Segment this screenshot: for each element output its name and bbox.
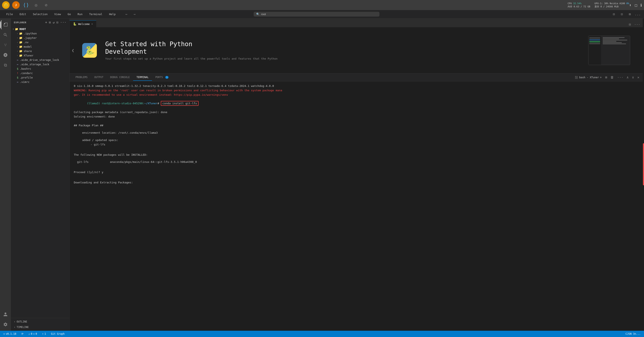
- terminal-new-packages: The following NEW packages will be INSTA…: [74, 153, 638, 157]
- tab-debug-console[interactable]: DEBUG CONSOLE: [107, 74, 133, 81]
- nav-back-button[interactable]: ←: [124, 11, 129, 17]
- file-label: .jupyter: [24, 36, 37, 40]
- maximize-icon[interactable]: □: [635, 3, 637, 7]
- jira-icon[interactable]: J: [12, 1, 20, 9]
- close-panel-button[interactable]: ✕: [636, 75, 640, 80]
- terminal-content[interactable]: 0 six-1.16.0 smmap-5.0.1 streamlit-1.32.…: [70, 81, 643, 331]
- minimize-panel-button[interactable]: ∨: [631, 75, 635, 80]
- activity-explorer[interactable]: [1, 20, 10, 29]
- outline-section[interactable]: › OUTLINE: [11, 319, 70, 324]
- activity-git[interactable]: ⑂: [1, 40, 10, 50]
- welcome-title-line2: Development: [105, 48, 147, 55]
- file-item-profile[interactable]: $ .profile: [11, 75, 70, 80]
- git-graph-status[interactable]: Git Graph: [50, 332, 66, 335]
- collapse-icon[interactable]: ⊟: [56, 21, 58, 24]
- file-item-vimrc[interactable]: = .vimrc: [11, 80, 70, 84]
- file-item-nv[interactable]: › 📁 .nv: [11, 40, 70, 45]
- file-item-model[interactable]: › 📁 model: [11, 45, 70, 49]
- maximize-panel-button[interactable]: ∧: [626, 75, 630, 80]
- menu-edit[interactable]: Edit: [16, 11, 29, 17]
- git-graph-label: Git Graph: [51, 332, 64, 335]
- activity-settings[interactable]: [1, 320, 10, 329]
- menu-selection[interactable]: Selection: [30, 11, 50, 17]
- file-item-share[interactable]: › 📁 share: [11, 49, 70, 53]
- ports-badge: 1: [165, 76, 168, 79]
- tab-welcome[interactable]: 🐍 Welcome ✕: [70, 20, 96, 27]
- welcome-title-line1: Get Started with Python: [105, 40, 192, 48]
- new-terminal-button[interactable]: +: [599, 75, 603, 80]
- prohibited-icon[interactable]: ⊘: [42, 1, 50, 9]
- new-folder-icon[interactable]: ⊞: [49, 21, 51, 24]
- layout-full-button[interactable]: ⊞: [627, 11, 633, 17]
- file-icon: !: [17, 72, 18, 75]
- sync-status[interactable]: ⟳: [20, 332, 24, 335]
- nav-forward-button[interactable]: →: [132, 11, 137, 17]
- tab-label: Welcome: [78, 23, 90, 26]
- file-item-aide-storage[interactable]: = .aide_storage_lock: [11, 62, 70, 67]
- terminal-gap: [74, 147, 638, 150]
- menu-help[interactable]: Help: [106, 11, 118, 17]
- more-icon[interactable]: ···: [60, 21, 66, 24]
- more-menu-button[interactable]: ...: [635, 11, 641, 17]
- gpu-label: GPU-1: 30% Nvidia A100 0%: [594, 2, 629, 5]
- activity-search[interactable]: [1, 30, 10, 40]
- search-bar[interactable]: 🔍: [254, 12, 380, 17]
- sidebar: EXPLORER + ⊞ ↺ ⊟ ··· ▾ 📁 ROOT › 📁 .ipyth…: [11, 19, 70, 331]
- info-icon[interactable]: ℹ: [640, 3, 642, 7]
- warning-count: 0: [31, 332, 32, 335]
- menubar: File Edit Selection View Go Run Terminal…: [0, 10, 644, 19]
- refresh-icon[interactable]: ↺: [52, 21, 55, 24]
- file-item-jupyter[interactable]: › 📁 .jupyter: [11, 36, 70, 40]
- bash-icon: ⬛: [575, 76, 578, 79]
- timeline-section[interactable]: › TIMELINE: [11, 324, 70, 330]
- more-tabs-button[interactable]: ···: [633, 22, 641, 27]
- tab-terminal[interactable]: TERMINAL: [133, 74, 152, 81]
- tab-close-button[interactable]: ✕: [92, 23, 93, 25]
- file-item-bashrc[interactable]: $ .bashrc: [11, 67, 70, 71]
- activity-run[interactable]: [1, 50, 10, 60]
- activity-extensions[interactable]: ⧉: [1, 61, 10, 70]
- preview-inner: [588, 36, 630, 65]
- menu-go[interactable]: Go: [64, 11, 74, 17]
- menu-terminal[interactable]: Terminal: [86, 11, 106, 17]
- terminal-line: 0 six-1.16.0 smmap-5.0.1 streamlit-1.32.…: [74, 84, 638, 88]
- tab-output[interactable]: OUTPUT: [91, 74, 107, 81]
- layout-sidebar-button[interactable]: ⊟: [611, 11, 617, 17]
- avatar-icon[interactable]: 😊: [2, 1, 10, 9]
- warnings-status[interactable]: ⚠ 0 ✕ 0: [28, 332, 38, 335]
- download-icon[interactable]: ⬇: [629, 3, 632, 7]
- new-file-icon[interactable]: +: [45, 21, 48, 24]
- menu-file[interactable]: File: [3, 11, 16, 17]
- root-folder[interactable]: ▾ 📁 ROOT: [11, 27, 70, 31]
- more-terminal-button[interactable]: ···: [616, 75, 624, 80]
- preview-line-active: [589, 39, 600, 41]
- split-terminal-button[interactable]: ⊞: [604, 75, 608, 80]
- split-editor-button[interactable]: ⊟: [628, 22, 632, 27]
- terminal-hash: #: [158, 102, 161, 105]
- app-icon[interactable]: ◎: [32, 1, 40, 9]
- preview-sidebar: [588, 36, 601, 65]
- file-item-aide-drive[interactable]: = .aide_drive_storage_lock: [11, 58, 70, 62]
- cpu-value: 32.54%: [573, 2, 582, 5]
- cjsn-status[interactable]: CJSN 3n...: [625, 332, 642, 335]
- file-item-ipython[interactable]: › 📁 .ipython: [11, 31, 70, 36]
- menu-run[interactable]: Run: [75, 11, 85, 17]
- bash-text: bash - XTuner: [579, 76, 599, 79]
- file-item-xtuner[interactable]: › 📁 XTuner: [11, 53, 70, 58]
- file-item-condarc[interactable]: ! .condarc: [11, 71, 70, 75]
- git-changes-status[interactable]: ↑ 1: [41, 332, 47, 335]
- tab-ports[interactable]: PORTS 1: [152, 74, 172, 81]
- terminal-gap: [74, 164, 638, 167]
- tab-problems[interactable]: PROBLEMS: [72, 74, 91, 81]
- search-input[interactable]: [261, 13, 377, 16]
- file-label: .condarc: [20, 72, 33, 75]
- terminal-line: Collecting package metadata (current_rep…: [74, 110, 638, 115]
- activity-account[interactable]: [1, 310, 10, 319]
- welcome-back-button[interactable]: ❮: [72, 48, 74, 53]
- layout-panel-button[interactable]: ⊡: [619, 11, 625, 17]
- kill-terminal-button[interactable]: 🗑: [610, 75, 615, 80]
- git-branch-status[interactable]: ✕ v0.1.18: [2, 332, 17, 335]
- vscode-icon[interactable]: ⟨⟩: [22, 1, 30, 9]
- right-panel-area: [643, 19, 644, 331]
- menu-view[interactable]: View: [51, 11, 64, 17]
